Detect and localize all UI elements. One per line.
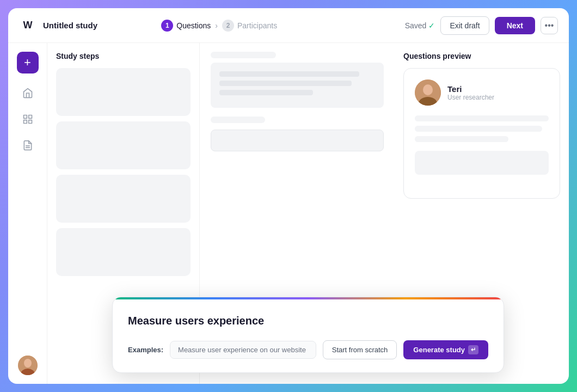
step-card-3[interactable]: [56, 175, 191, 223]
enter-icon: ↵: [468, 345, 478, 354]
more-options-button[interactable]: •••: [541, 17, 558, 34]
preview-bar-2: [415, 126, 542, 132]
skeleton-inner-1: [219, 71, 359, 77]
sidebar-item-docs[interactable]: [17, 134, 39, 156]
svg-rect-3: [28, 120, 32, 124]
step-card-4[interactable]: [56, 228, 191, 276]
step-2: 2 Participants: [222, 20, 277, 32]
step-card-2[interactable]: [56, 121, 191, 169]
saved-status: Saved ✓: [405, 21, 435, 30]
skeleton-inner-2: [219, 81, 352, 86]
skeleton-input[interactable]: [211, 130, 384, 151]
preview-user-name: Teri: [447, 84, 494, 94]
sidebar-item-home[interactable]: [17, 82, 39, 104]
user-avatar[interactable]: [18, 356, 38, 375]
preview-bar-3: [415, 136, 508, 142]
svg-point-10: [423, 84, 433, 95]
preview-title: Questions preview: [403, 52, 560, 60]
next-button[interactable]: Next: [495, 17, 535, 34]
skeleton-inner-3: [219, 90, 313, 95]
steps-nav: 1 Questions › 2 Participants: [161, 20, 277, 32]
svg-rect-2: [23, 120, 27, 124]
main-content: +: [8, 43, 569, 384]
page-title: Untitled study: [43, 21, 97, 30]
ai-modal-body: Measure users experience Examples: Measu…: [113, 299, 504, 372]
preview-user-info: Teri User researcher: [447, 84, 494, 101]
ai-modal-title: Measure users experience: [128, 315, 488, 327]
start-from-scratch-button[interactable]: Start from scratch: [323, 340, 397, 359]
step-1-number: 1: [161, 20, 173, 32]
step-2-number: 2: [222, 20, 234, 32]
generate-study-button[interactable]: Generate study ↵: [403, 340, 488, 359]
study-steps-title: Study steps: [56, 52, 191, 60]
step-1-label: Questions: [176, 21, 211, 30]
svg-point-7: [24, 359, 32, 367]
step-1: 1 Questions: [161, 20, 211, 32]
preview-button-skeleton: [415, 151, 549, 175]
preview-user-role: User researcher: [447, 94, 494, 101]
step-card-1[interactable]: [56, 68, 191, 116]
generate-label: Generate study: [413, 346, 465, 354]
exit-draft-button[interactable]: Exit draft: [440, 16, 489, 35]
sidebar-item-apps[interactable]: [17, 108, 39, 130]
skeleton-box-1: [211, 63, 384, 108]
step-2-label: Participants: [237, 21, 277, 30]
example-chip[interactable]: Measure user experience on our website: [170, 341, 316, 359]
preview-avatar: [415, 79, 441, 106]
preview-bar-1: [415, 115, 549, 121]
header-actions: Saved ✓ Exit draft Next •••: [405, 16, 558, 35]
skeleton-bar-2: [211, 117, 265, 123]
logo: W: [19, 17, 36, 34]
content-area: Study steps Questions preview: [47, 43, 569, 384]
modal-overlay: Measure users experience Examples: Measu…: [47, 297, 569, 384]
svg-rect-1: [28, 115, 32, 119]
skeleton-bar-1: [211, 52, 276, 58]
ai-modal: Measure users experience Examples: Measu…: [112, 297, 504, 373]
add-button[interactable]: +: [17, 52, 39, 74]
examples-label: Examples:: [128, 346, 163, 354]
sidebar: +: [8, 43, 47, 384]
preview-card: Teri User researcher: [403, 68, 560, 199]
svg-rect-0: [23, 115, 27, 119]
ai-modal-footer: Examples: Measure user experience on our…: [128, 340, 488, 359]
header: W Untitled study 1 Questions › 2 Partici…: [8, 8, 569, 43]
preview-user: Teri User researcher: [415, 79, 549, 106]
chevron-icon: ›: [215, 21, 218, 30]
